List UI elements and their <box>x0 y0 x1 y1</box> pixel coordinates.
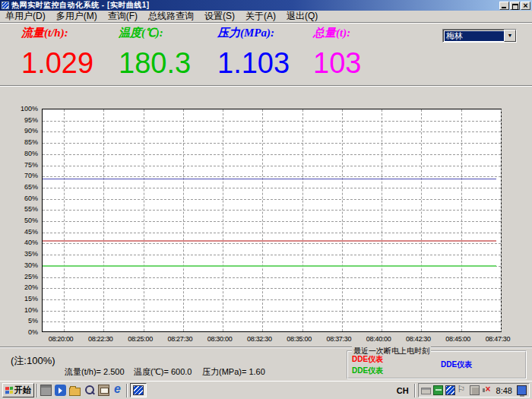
gridline-h <box>43 221 501 222</box>
speaker-muted-icon[interactable] <box>482 385 492 395</box>
gridline-h <box>43 321 501 322</box>
y-tick-label: 30% <box>0 261 38 269</box>
series-line-2 <box>43 265 496 267</box>
gridline-h <box>43 243 501 244</box>
gridline-v <box>461 109 462 331</box>
flag-icon[interactable] <box>458 385 467 395</box>
power-event-groupbox: 最近一次断电上电时刻 DDE仪表DDE仪表DDE仪表 <box>347 350 527 379</box>
fullscale-item: 温度(℃)= 600.0 <box>134 366 192 378</box>
y-tick-label: 20% <box>0 283 38 291</box>
separator <box>0 85 532 87</box>
gridline-h <box>43 277 501 278</box>
y-tick-label: 5% <box>0 317 38 325</box>
quick-launch-bar <box>40 385 124 396</box>
x-tick-label: 08:30:00 <box>200 335 239 343</box>
menu-item[interactable]: 总线路查询 <box>143 10 199 23</box>
device-icon[interactable] <box>470 385 480 395</box>
desktop-icon[interactable] <box>98 385 109 396</box>
gridline-v <box>342 109 343 331</box>
readout-value: 103 <box>313 48 361 78</box>
minimize-button[interactable] <box>499 2 509 10</box>
y-tick-label: 55% <box>0 205 38 213</box>
gridline-v <box>421 109 422 331</box>
gridline-v <box>302 109 303 331</box>
separator <box>0 347 532 348</box>
gridline-h <box>43 143 501 144</box>
y-tick-label: 70% <box>0 172 38 179</box>
gridline-v <box>501 109 502 331</box>
gridline-h <box>43 288 501 289</box>
printer-icon[interactable] <box>421 388 431 394</box>
menu-item[interactable]: 设置(S) <box>199 10 240 23</box>
menu-item[interactable]: 关于(A) <box>240 10 281 23</box>
y-tick-label: 25% <box>0 273 38 280</box>
series-line-1 <box>43 240 496 242</box>
readout-block: 流量(t/h):1.029 <box>21 26 93 78</box>
x-tick-label: 08:40:00 <box>359 335 398 343</box>
menu-item[interactable]: 多用户(M) <box>51 10 103 23</box>
menu-item[interactable]: 单用户(D) <box>0 10 51 23</box>
x-tick-label: 08:22:30 <box>81 335 120 343</box>
taskbar: 开始 CH 8:48 <box>0 381 532 399</box>
readout-block: 总量(t):103 <box>313 26 361 78</box>
app-logo-icon <box>2 2 9 9</box>
readout-value: 1.029 <box>21 48 93 78</box>
clock[interactable]: 8:48 <box>494 386 515 395</box>
close-button[interactable] <box>521 2 530 10</box>
app-logo-icon <box>133 385 144 395</box>
x-tick-label: 08:27:30 <box>160 335 200 343</box>
readouts: 流量(t/h):1.029温度(℃):180.3压力(MPa):1.103总量(… <box>0 26 426 85</box>
language-indicator[interactable]: CH <box>394 386 412 395</box>
gridline-h <box>43 311 501 312</box>
station-selected-value: 梅林 <box>445 31 504 41</box>
dde-meter-label: DDE仪表 <box>441 359 472 370</box>
readout-label: 温度(℃): <box>119 26 191 40</box>
start-button[interactable]: 开始 <box>2 383 34 397</box>
windows-logo-icon <box>5 387 13 394</box>
menubar: 单用户(D)多用户(M)查询(F)总线路查询设置(S)关于(A)退出(Q) <box>0 11 532 23</box>
x-tick-label: 08:42:30 <box>398 335 438 343</box>
gridline-h <box>43 176 501 177</box>
y-tick-label: 50% <box>0 217 38 224</box>
y-tick-label: 100% <box>0 105 38 112</box>
y-tick-label: 95% <box>0 116 38 124</box>
chevron-down-icon[interactable]: ▼ <box>504 30 516 42</box>
start-label: 开始 <box>14 385 31 396</box>
gridline-h <box>43 255 501 255</box>
x-tick-label: 08:37:30 <box>319 335 359 343</box>
fullscale-note: (注:100%) <box>11 354 55 368</box>
search-icon[interactable] <box>84 385 95 396</box>
application-window: 热网实时监控自动化系统 - [实时曲线1] 单用户(D)多用户(M)查询(F)总… <box>0 0 532 399</box>
active-task-button[interactable] <box>130 383 147 397</box>
series-line-0 <box>43 179 496 179</box>
ie-icon[interactable] <box>112 385 124 396</box>
media-app-icon[interactable] <box>55 385 66 396</box>
readout-label: 流量(t/h): <box>21 26 93 40</box>
gridline-v <box>103 109 104 331</box>
gridline-v <box>144 109 144 331</box>
x-tick-label: 08:25:00 <box>121 335 160 343</box>
monitor-icon[interactable] <box>517 385 527 395</box>
gridline-h <box>43 131 501 132</box>
gridline-h <box>43 199 501 200</box>
menu-item[interactable]: 查询(F) <box>103 10 143 23</box>
station-combobox[interactable]: 梅林 ▼ <box>442 29 517 43</box>
y-tick-label: 35% <box>0 250 38 258</box>
gridline-v <box>64 109 65 331</box>
restore-button[interactable] <box>510 2 520 10</box>
x-tick-label: 08:45:00 <box>439 335 478 343</box>
app-icon[interactable] <box>445 385 455 395</box>
readout-value: 180.3 <box>119 48 191 78</box>
window-controls <box>499 2 530 10</box>
folder-icon[interactable] <box>69 388 81 396</box>
y-tick-label: 75% <box>0 161 38 169</box>
taskbar-divider <box>414 384 416 397</box>
gridline-h <box>43 299 501 300</box>
gridline-v <box>223 109 223 331</box>
menu-item[interactable]: 退出(Q) <box>281 10 323 23</box>
y-tick-label: 40% <box>0 239 38 246</box>
card-icon[interactable] <box>433 385 443 395</box>
dde-meter-label: DDE仪表 <box>352 354 383 365</box>
machine-icon[interactable] <box>40 385 52 396</box>
x-tick-label: 08:32:30 <box>239 335 279 343</box>
